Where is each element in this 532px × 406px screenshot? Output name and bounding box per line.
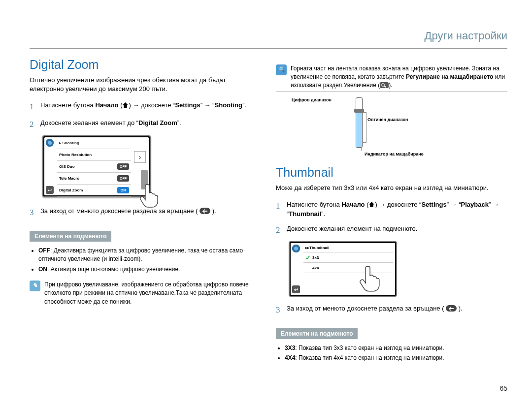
header-rule <box>30 48 507 49</box>
zoom-slider-icon <box>354 109 364 113</box>
submenu-items-list: OFF: Деактивира функцията за цифрово уве… <box>38 247 261 274</box>
toggle-on: ON <box>117 187 129 193</box>
menu-item-tele-macro: Tele Macro <box>59 176 79 181</box>
digital-zoom-intro: Оптично увеличените изображения чрез обе… <box>30 76 261 94</box>
right-column: 🔍 Горната част на лентата показва зоната… <box>276 58 507 364</box>
digital-zoom-heading: Digital Zoom <box>30 58 261 72</box>
menu-item-photo-resolution: Photo Resolution <box>59 153 92 157</box>
zoom-tab-icon <box>380 82 389 88</box>
digital-range-label: Цифров диапазон <box>292 97 332 102</box>
check-icon <box>305 255 310 260</box>
thumbnail-heading: Thumbnail <box>276 165 507 180</box>
toggle-off: OFF <box>117 163 129 170</box>
back-icon <box>446 305 457 312</box>
toggle-off: OFF <box>117 175 129 182</box>
step-number: 1 <box>30 100 36 113</box>
thumbnail-intro: Може да изберете тип 3x3 или 4x4 като ек… <box>276 184 507 192</box>
menu-item-ois-duo: OIS Duo <box>59 164 75 169</box>
step-number: 1 <box>276 200 283 219</box>
gear-icon <box>46 139 54 147</box>
chevron-right-icon: › <box>134 151 146 163</box>
home-icon <box>368 201 375 207</box>
pointing-hand-icon <box>359 265 380 290</box>
submenu-items-list: 3Х3: Показва тип 3x3 като екран на изгле… <box>285 344 507 363</box>
menu-item-4x4: 4x4 <box>312 266 319 270</box>
zoom-bar <box>356 97 363 148</box>
page-number: 65 <box>499 384 507 392</box>
back-icon: ↩ <box>292 285 300 293</box>
gear-icon <box>292 245 300 252</box>
breadcrumb: Shooting <box>59 141 79 145</box>
step-number: 2 <box>30 118 36 131</box>
menu-item-digital-zoom: Digital Zoom <box>59 188 83 192</box>
note-icon: ✎ <box>30 281 40 291</box>
thumb-step-2: Докоснете желания елемент на подменюто. <box>287 224 417 237</box>
thumb-step-3: За изход от менюто докоснете раздела за … <box>287 304 463 316</box>
breadcrumb: Thumbnail <box>309 246 329 250</box>
step-2-text: Докоснете желания елемент до “Digital Zo… <box>40 118 181 131</box>
magnifier-icon: 🔍 <box>276 64 287 75</box>
step-1-text: Натиснете бутона Начало () → докоснете “… <box>40 100 246 113</box>
step-3-text: За изход от менюто докоснете раздела за … <box>40 206 216 219</box>
home-icon <box>122 102 129 108</box>
shooting-menu-screenshot: ↩ Shooting Photo Resolution OIS DuoOFF T… <box>42 135 151 197</box>
page-header-title: Други настройки <box>425 30 507 42</box>
back-icon: ↩ <box>46 186 54 194</box>
submenu-items-heading: Елементи на подменюто <box>276 328 358 339</box>
thumbnail-menu-screenshot: ↩ ▸▸ Thumbnail 3x3 4x4 <box>289 241 397 297</box>
left-column: Digital Zoom Оптично увеличените изображ… <box>30 58 261 364</box>
step-number: 3 <box>30 206 36 219</box>
zoom-range-diagram: Цифров диапазон Оптичен диапазон Индикат… <box>292 97 507 161</box>
step-number: 3 <box>276 304 283 316</box>
digital-zoom-note: При цифрово увеличаване, изображението с… <box>44 281 261 306</box>
back-icon <box>200 208 210 214</box>
optical-range-label: Оптичен диапазон <box>367 117 408 122</box>
menu-item-3x3: 3x3 <box>312 255 319 260</box>
step-number: 2 <box>276 224 283 237</box>
submenu-items-heading: Елементи на подменюто <box>30 231 111 242</box>
pointing-hand-icon <box>138 184 160 208</box>
zoom-bar-note: Горната част на лентата показва зоната н… <box>291 64 507 89</box>
zoom-indicator-label: Индикатор на мащабиране <box>365 152 424 156</box>
thumb-step-1: Натиснете бутона Начало () → докоснете “… <box>287 200 507 219</box>
